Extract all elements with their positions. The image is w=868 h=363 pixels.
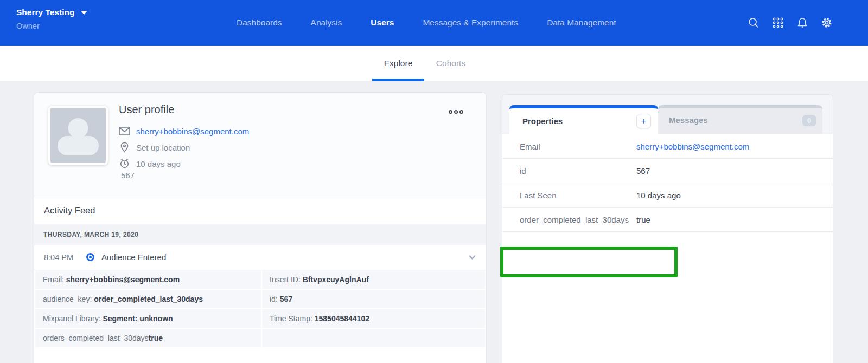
caret-down-icon <box>81 11 87 15</box>
event-time: 8:04 PM <box>44 253 78 262</box>
dot-icon <box>449 110 452 114</box>
profile-email-row: sherry+bobbins@segment.com <box>119 123 249 139</box>
profile-location[interactable]: Set up location <box>136 143 190 152</box>
tab-messages[interactable]: Messages 0 <box>658 105 822 134</box>
event-detail-cell: orders_completed_last_30daystrue <box>35 329 261 347</box>
add-property-button[interactable]: + <box>636 114 651 128</box>
event-detail-cell <box>262 329 485 347</box>
nav-item-messages-experiments[interactable]: Messages & Experiments <box>423 18 518 28</box>
more-options-button[interactable] <box>446 108 465 116</box>
tab-cohorts[interactable]: Cohorts <box>436 46 466 81</box>
event-detail-cell: id: 567 <box>262 290 485 308</box>
properties-card: Properties + Messages 0 Email sherry+bob… <box>502 94 833 363</box>
apps-grid-icon[interactable] <box>772 17 784 29</box>
properties-list: Email sherry+bobbins@segment.com id 567 … <box>502 134 833 232</box>
highlight-annotation-box <box>500 247 678 277</box>
profile-last-seen: 10 days ago <box>136 159 181 168</box>
location-pin-icon <box>119 142 130 153</box>
event-detail-cell: Insert ID: BftvpxcuyAglnAuf <box>262 270 485 289</box>
property-email-link[interactable]: sherry+bobbins@segment.com <box>636 134 749 159</box>
event-detail-cell: audience_key: order_completed_last_30day… <box>35 290 261 308</box>
audience-event-icon <box>86 253 94 261</box>
dot-icon <box>459 110 463 114</box>
settings-gear-icon[interactable] <box>821 17 833 29</box>
event-detail-cell: Time Stamp: 1585045844102 <box>262 309 485 328</box>
nav-icon-bar <box>748 0 833 46</box>
clock-icon <box>119 158 130 169</box>
avatar <box>48 106 108 165</box>
main-nav: Dashboards Analysis Users Messages & Exp… <box>237 0 616 46</box>
tab-properties[interactable]: Properties + <box>509 105 658 135</box>
property-row-last-seen: Last Seen 10 days ago <box>502 183 833 208</box>
event-detail-cell: Mixpanel Library: Segment: unknown <box>35 309 261 328</box>
properties-tabs: Properties + Messages 0 <box>502 95 833 134</box>
event-name: Audience Entered <box>101 252 166 262</box>
activity-date-header: THURSDAY, MARCH 19, 2020 <box>34 224 486 245</box>
nav-item-analysis[interactable]: Analysis <box>311 18 342 28</box>
tab-properties-label: Properties <box>522 108 563 134</box>
chevron-down-icon[interactable] <box>468 254 476 261</box>
nav-item-users[interactable]: Users <box>371 18 394 28</box>
tab-cohorts-label: Cohorts <box>436 59 465 68</box>
workspace-role: Owner <box>16 22 87 30</box>
event-details-table: Email: sherry+bobbins@segment.com Insert… <box>34 269 486 348</box>
profile-location-row: Set up location <box>119 139 249 155</box>
notifications-bell-icon[interactable] <box>796 17 808 29</box>
active-tab-underline <box>372 79 424 81</box>
property-row-order-completed: order_completed_last_30days true <box>502 208 833 232</box>
profile-last-seen-row: 10 days ago <box>119 155 249 172</box>
tab-messages-label: Messages <box>669 108 708 133</box>
envelope-icon <box>119 127 130 135</box>
avatar-person-icon <box>68 118 88 138</box>
activity-feed-title: Activity Feed <box>34 196 486 224</box>
property-row-id: id 567 <box>502 159 833 183</box>
dot-icon <box>454 110 458 114</box>
tab-explore[interactable]: Explore <box>372 46 424 81</box>
page-title: User profile <box>119 103 174 116</box>
workspace-name: Sherry Testing <box>16 8 74 17</box>
profile-email-link[interactable]: sherry+bobbins@segment.com <box>136 127 249 136</box>
nav-item-dashboards[interactable]: Dashboards <box>237 18 282 28</box>
nav-item-data-management[interactable]: Data Management <box>547 18 616 28</box>
event-detail-cell: Email: sherry+bobbins@segment.com <box>35 270 261 289</box>
profile-header: User profile sherry+bobbins@segment.com … <box>34 93 486 196</box>
profile-user-id: 567 <box>121 171 135 180</box>
messages-count-badge: 0 <box>802 115 816 126</box>
top-nav: Sherry Testing Owner Dashboards Analysis… <box>0 0 868 46</box>
property-row-email: Email sherry+bobbins@segment.com <box>502 134 833 159</box>
search-icon[interactable] <box>748 17 760 29</box>
workspace-selector[interactable]: Sherry Testing Owner <box>16 8 87 30</box>
user-profile-card: User profile sherry+bobbins@segment.com … <box>34 92 487 363</box>
activity-event-row[interactable]: 8:04 PM Audience Entered <box>34 245 486 269</box>
tab-explore-label: Explore <box>384 59 413 68</box>
sub-nav: Explore Cohorts <box>0 46 868 81</box>
